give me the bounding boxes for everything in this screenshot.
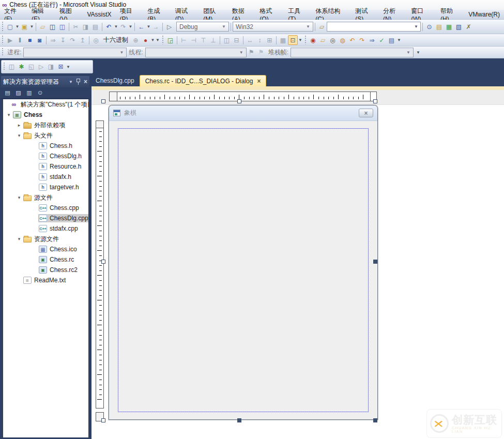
resize-handle-bottom-left[interactable] xyxy=(101,418,105,422)
step-into-icon[interactable]: ↧ xyxy=(58,35,68,45)
vassistx-tomato-icon[interactable]: ◉ xyxy=(308,35,318,45)
show-next-statement-icon[interactable]: ⇒ xyxy=(48,35,58,45)
layout-guides-selected-icon[interactable]: ⊡ xyxy=(288,35,298,45)
space-down-icon[interactable]: ↕ xyxy=(255,35,265,45)
break-all-icon[interactable]: ‖ xyxy=(15,35,25,45)
tree-item-Chess.ico[interactable]: ▦Chess.ico xyxy=(3,244,88,254)
menu-item-帮助[interactable]: 帮助(H) xyxy=(436,10,464,19)
continue-icon[interactable]: ▶ xyxy=(5,35,15,45)
solution-search-icon[interactable]: ⊙ xyxy=(424,22,434,32)
size-to-content-icon[interactable]: ⊞ xyxy=(265,35,274,45)
redo-icon[interactable]: ↷ xyxy=(118,22,128,32)
document-tab-ChessDlg.cpp[interactable]: ChessDlg.cpp xyxy=(90,75,140,86)
window-position-menu-icon[interactable]: ▼ xyxy=(69,80,73,84)
restart-icon[interactable]: ◙ xyxy=(35,35,44,45)
copy-control-icon[interactable]: ◨ xyxy=(46,62,56,72)
resize-handle-middle-left[interactable] xyxy=(101,260,105,264)
tree-item-资源文件[interactable]: ▾资源文件 xyxy=(3,234,88,244)
menu-item-编辑[interactable]: 编辑(E) xyxy=(27,10,55,19)
flag-threads-icon[interactable]: ⚑ xyxy=(247,48,256,57)
center-horizontal-icon[interactable]: ◫ xyxy=(222,35,232,45)
configuration-combo[interactable]: Debug▼ xyxy=(176,22,229,32)
save-all-icon[interactable]: ◫ xyxy=(57,22,67,32)
align-lefts-icon[interactable]: ⊢ xyxy=(179,35,189,45)
toolbar-overflow-icon[interactable]: ▼ xyxy=(66,65,71,69)
tree-item-stdafx.h[interactable]: hstdafx.h xyxy=(3,172,88,182)
run-control-icon[interactable]: ▷ xyxy=(36,62,46,72)
code-definition-icon[interactable]: ▧ xyxy=(454,22,464,32)
menu-item-VAssistX[interactable]: VAssistX xyxy=(83,10,115,19)
toolbar-overflow-icon[interactable]: ▼ xyxy=(416,50,421,55)
toolbar-gripper[interactable] xyxy=(304,36,307,44)
designed-dialog-titlebar[interactable]: 象棋 × xyxy=(109,105,377,121)
menu-item-数据[interactable]: 数据(A) xyxy=(228,10,256,19)
chevron-down-icon[interactable]: ▼ xyxy=(29,24,34,29)
menu-item-格式[interactable]: 格式(O) xyxy=(255,10,284,19)
resize-handle-bottom-right[interactable] xyxy=(373,418,377,422)
tree-item-解决方案-Chess-1-个项目-[interactable]: ∞解决方案"Chess"(1 个项目) xyxy=(3,99,88,110)
tree-item-Chess[interactable]: ▾▦Chess xyxy=(3,110,88,120)
tree-item-ReadMe.txt[interactable]: ≡ReadMe.txt xyxy=(3,275,88,285)
menu-item-窗口[interactable]: 窗口(W) xyxy=(407,10,436,19)
view-code-icon[interactable]: ▥ xyxy=(25,88,34,97)
menu-item-工具[interactable]: 工具(T) xyxy=(284,10,311,19)
menu-item-文件[interactable]: 文件(F) xyxy=(0,10,27,19)
step-over-icon[interactable]: ↷ xyxy=(68,35,78,45)
find-in-files-icon[interactable]: ▱ xyxy=(317,22,327,32)
resize-handle-bottom-center[interactable] xyxy=(237,418,241,422)
vax-spell-check-icon[interactable]: ✓ xyxy=(377,35,387,45)
find-combo[interactable]: ▼ xyxy=(327,22,421,32)
layout-gear-icon[interactable]: ✱ xyxy=(17,62,26,72)
menu-item-生成[interactable]: 生成(B) xyxy=(143,10,171,19)
chevron-right-icon[interactable]: ▸ xyxy=(16,123,23,128)
resize-handle-middle-right[interactable] xyxy=(373,260,377,264)
menu-item-项目[interactable]: 项目(P) xyxy=(116,10,144,19)
menu-item-视图[interactable]: 视图(V) xyxy=(55,10,83,19)
stop-debug-icon[interactable]: ■ xyxy=(25,35,35,45)
center-vertical-icon[interactable]: ⊟ xyxy=(232,35,241,45)
tree-item-Chess.rc[interactable]: ▣Chess.rc xyxy=(3,254,88,265)
tree-item-ChessDlg.cpp[interactable]: C++ChessDlg.cpp xyxy=(3,213,88,223)
properties-page-icon[interactable]: ▤ xyxy=(3,88,12,97)
designed-dialog[interactable]: 象棋 × xyxy=(109,105,378,420)
menu-item-分析[interactable]: 分析(N) xyxy=(379,10,407,19)
chevron-down-icon[interactable]: ▼ xyxy=(128,24,133,29)
object-browser-icon[interactable]: ▦ xyxy=(444,22,454,32)
vax-context-undo-icon[interactable]: ↶ xyxy=(347,35,357,45)
navigate-forward-icon[interactable]: → xyxy=(151,22,161,32)
vax-open-file-icon[interactable]: ▱ xyxy=(318,35,328,45)
add-item-icon[interactable]: ▣ xyxy=(20,22,29,32)
chevron-down-icon[interactable]: ▼ xyxy=(114,24,118,29)
chevron-down-icon[interactable]: ▼ xyxy=(146,24,151,29)
platform-combo[interactable]: Win32▼ xyxy=(233,22,313,32)
resize-handle-top-right[interactable] xyxy=(373,99,377,103)
align-rights-icon[interactable]: ⊣ xyxy=(189,35,198,45)
vax-paste-icon[interactable]: ▤ xyxy=(387,35,396,45)
toggle-grid-icon[interactable]: ▦ xyxy=(278,35,288,45)
menu-item-VMware[interactable]: VMware(R) xyxy=(464,10,504,19)
pin-icon[interactable] xyxy=(76,79,81,85)
align-tops-icon[interactable]: ⊤ xyxy=(198,35,208,45)
toolbar-overflow-icon[interactable]: ▼ xyxy=(298,38,303,42)
menu-item-团队[interactable]: 团队(M) xyxy=(199,10,228,19)
thread-combo[interactable]: ▼ xyxy=(145,48,247,57)
toolbar-gripper[interactable] xyxy=(161,36,164,44)
chevron-down-icon[interactable]: ▾ xyxy=(16,236,23,241)
resize-handle-top-left[interactable] xyxy=(101,99,105,103)
tree-item-Chess.h[interactable]: hChess.h xyxy=(3,141,88,151)
navigate-back-icon[interactable]: ← xyxy=(136,22,146,32)
vax-context-redo-icon[interactable]: ↷ xyxy=(357,35,367,45)
vax-goto-icon[interactable]: ⇒ xyxy=(367,35,377,45)
class-diagram-icon[interactable]: ⊙ xyxy=(36,88,44,97)
show-all-files-icon[interactable]: ▨ xyxy=(14,88,23,97)
tree-item-targetver.h[interactable]: htargetver.h xyxy=(3,182,88,192)
hexadecimal-display-button[interactable]: 十六进制 xyxy=(101,35,131,45)
toolbox-key-icon[interactable]: ⊠ xyxy=(56,62,66,72)
watch-add-icon[interactable]: ⊕ xyxy=(131,35,141,45)
copy-icon[interactable]: ◨ xyxy=(81,22,90,32)
chevron-down-icon[interactable]: ▼ xyxy=(150,38,155,42)
menu-item-调试[interactable]: 调试(D) xyxy=(171,10,199,19)
chevron-down-icon[interactable]: ▼ xyxy=(15,24,20,29)
tree-item-ChessDlg.h[interactable]: hChessDlg.h xyxy=(3,151,88,161)
designed-dialog-close-button[interactable]: × xyxy=(359,109,373,117)
